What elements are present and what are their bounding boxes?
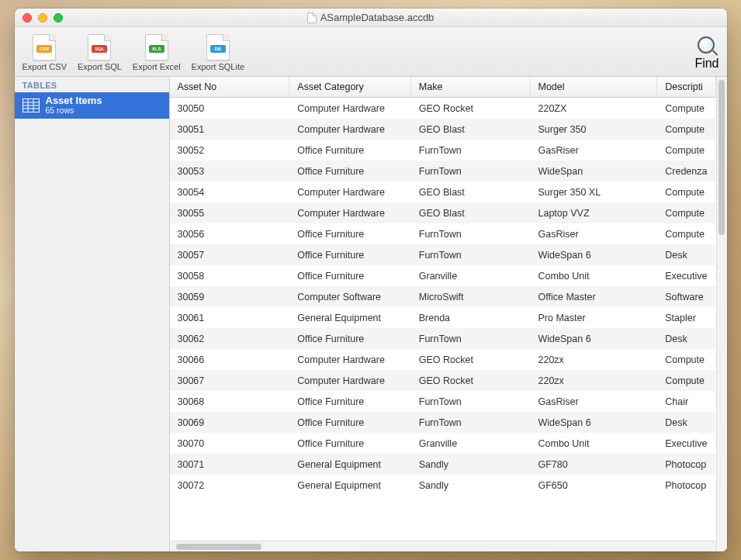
table-cell: Office Furniture bbox=[289, 328, 410, 349]
main-area: Asset NoAsset CategoryMakeModelDescripti… bbox=[170, 77, 727, 551]
table-row[interactable]: 30057Office FurnitureFurnTownWideSpan 6D… bbox=[170, 244, 716, 265]
minimize-window-button[interactable] bbox=[38, 13, 47, 22]
table-row[interactable]: 30062Office FurnitureFurnTownWideSpan 6D… bbox=[170, 328, 716, 349]
table-cell: Laptop VVZ bbox=[530, 202, 657, 223]
table-cell: GEO Blast bbox=[410, 181, 530, 202]
column-header[interactable]: Descripti bbox=[657, 77, 715, 98]
table-row[interactable]: 30058Office FurnitureGranvilleCombo Unit… bbox=[170, 265, 716, 286]
csv-file-icon: CSV bbox=[33, 34, 56, 60]
sidebar-table-rowcount: 65 rows bbox=[46, 106, 102, 116]
table-cell: Office Furniture bbox=[289, 391, 410, 412]
search-icon bbox=[696, 35, 718, 57]
horizontal-scrollbar-thumb[interactable] bbox=[176, 544, 261, 550]
table-row[interactable]: 30052Office FurnitureFurnTownGasRiserCom… bbox=[170, 140, 716, 161]
table-cell: WideSpan 6 bbox=[530, 328, 657, 349]
sidebar-header: TABLES bbox=[15, 77, 169, 92]
table-cell: FurnTown bbox=[410, 328, 530, 349]
table-cell: GEO Blast bbox=[410, 119, 530, 140]
table-cell: 220zx bbox=[530, 370, 657, 391]
table-row[interactable]: 30059Computer SoftwareMicroSwiftOffice M… bbox=[170, 286, 716, 307]
table-row[interactable]: 30054Computer HardwareGEO BlastSurger 35… bbox=[170, 181, 716, 202]
table-cell: Sandly bbox=[410, 454, 530, 475]
export-csv-button[interactable]: CSV Export CSV bbox=[23, 34, 67, 71]
table-cell: GEO Rocket bbox=[410, 349, 530, 370]
column-header[interactable]: Make bbox=[410, 77, 530, 98]
export-sqlite-button[interactable]: DB Export SQLite bbox=[192, 34, 244, 71]
export-sql-button[interactable]: SQL Export SQL bbox=[78, 34, 122, 71]
table-cell: Credenza bbox=[657, 161, 715, 181]
table-row[interactable]: 30056Office FurnitureFurnTownGasRiserCom… bbox=[170, 223, 716, 244]
table-cell: Computer Hardware bbox=[289, 370, 410, 391]
table-cell: GEO Rocket bbox=[410, 370, 530, 391]
export-excel-label: Export Excel bbox=[133, 62, 181, 71]
vertical-scrollbar[interactable] bbox=[716, 77, 727, 551]
table-row[interactable]: 30066Computer HardwareGEO Rocket220zxCom… bbox=[170, 349, 716, 370]
table-cell: General Equipment bbox=[289, 307, 410, 328]
table-cell: Compute bbox=[657, 119, 715, 140]
table-cell: FurnTown bbox=[410, 244, 530, 265]
table-cell: Compute bbox=[657, 98, 715, 119]
table-cell: Office Furniture bbox=[289, 223, 410, 244]
table-cell: 30061 bbox=[170, 307, 289, 328]
table-row[interactable]: 30068Office FurnitureFurnTownGasRiserCha… bbox=[170, 391, 716, 412]
table-cell: 30050 bbox=[170, 98, 289, 119]
table-cell: Photocop bbox=[657, 454, 715, 475]
close-window-button[interactable] bbox=[23, 13, 32, 22]
table-cell: 30067 bbox=[170, 370, 289, 391]
find-button[interactable]: Find bbox=[694, 35, 718, 71]
table-cell: Office Furniture bbox=[289, 265, 410, 286]
horizontal-scrollbar[interactable] bbox=[170, 541, 716, 551]
table-cell: Computer Hardware bbox=[289, 119, 410, 140]
table-cell: Desk bbox=[657, 412, 715, 433]
table-cell: Brenda bbox=[410, 307, 530, 328]
titlebar: ASampleDatabase.accdb bbox=[15, 9, 727, 27]
table-cell: Combo Unit bbox=[530, 433, 657, 454]
table-cell: Office Furniture bbox=[289, 244, 410, 265]
table-cell: GF650 bbox=[530, 475, 657, 496]
table-cell: Computer Hardware bbox=[289, 349, 410, 370]
table-cell: Chair bbox=[657, 391, 715, 412]
table-row[interactable]: 30061General EquipmentBrendaPro MasterSt… bbox=[170, 307, 716, 328]
table-row[interactable]: 30050Computer HardwareGEO Rocket220ZXCom… bbox=[170, 98, 716, 119]
table-cell: Desk bbox=[657, 328, 715, 349]
vertical-scrollbar-thumb[interactable] bbox=[718, 80, 725, 235]
table-cell: Compute bbox=[657, 223, 715, 244]
column-header[interactable]: Model bbox=[530, 77, 657, 98]
export-sqlite-label: Export SQLite bbox=[192, 62, 244, 71]
table-row[interactable]: 30067Computer HardwareGEO Rocket220zxCom… bbox=[170, 370, 716, 391]
table-cell: General Equipment bbox=[289, 454, 410, 475]
table-row[interactable]: 30070Office FurnitureGranvilleCombo Unit… bbox=[170, 433, 716, 454]
export-excel-button[interactable]: XLS Export Excel bbox=[133, 34, 181, 71]
table-row[interactable]: 30051Computer HardwareGEO BlastSurger 35… bbox=[170, 119, 716, 140]
table-cell: Executive bbox=[657, 265, 715, 286]
table-cell: 220ZX bbox=[530, 98, 657, 119]
zoom-window-button[interactable] bbox=[54, 13, 63, 22]
find-label: Find bbox=[694, 57, 718, 71]
table-cell: 30066 bbox=[170, 349, 289, 370]
table-cell: Combo Unit bbox=[530, 265, 657, 286]
table-cell: Surger 350 XL bbox=[530, 181, 657, 202]
table-cell: Office Furniture bbox=[289, 140, 410, 161]
table-cell: Granville bbox=[410, 433, 530, 454]
column-header[interactable]: Asset No bbox=[170, 77, 289, 98]
table-cell: GF780 bbox=[530, 454, 657, 475]
table-cell: FurnTown bbox=[410, 223, 530, 244]
table-row[interactable]: 30069Office FurnitureFurnTownWideSpan 6D… bbox=[170, 412, 716, 433]
column-header[interactable]: Asset Category bbox=[289, 77, 410, 98]
table-cell: FurnTown bbox=[410, 391, 530, 412]
table-cell: Office Master bbox=[530, 286, 657, 307]
data-table-scroll[interactable]: Asset NoAsset CategoryMakeModelDescripti… bbox=[170, 77, 716, 541]
table-cell: Sandly bbox=[410, 475, 530, 496]
table-row[interactable]: 30055Computer HardwareGEO BlastLaptop VV… bbox=[170, 202, 716, 223]
table-row[interactable]: 30072General EquipmentSandlyGF650Photoco… bbox=[170, 475, 716, 496]
table-row[interactable]: 30071General EquipmentSandlyGF780Photoco… bbox=[170, 454, 716, 475]
sidebar-table-asset-items[interactable]: Asset Items 65 rows bbox=[15, 92, 169, 119]
table-cell: 30057 bbox=[170, 244, 289, 265]
table-cell: 30058 bbox=[170, 265, 289, 286]
sidebar-item-text: Asset Items 65 rows bbox=[46, 95, 102, 116]
table-row[interactable]: 30053Office FurnitureFurnTownWideSpanCre… bbox=[170, 161, 716, 181]
content-area: TABLES Asset Items 65 rows Asset NoAsset… bbox=[15, 77, 727, 551]
table-cell: Stapler bbox=[657, 307, 715, 328]
table-cell: WideSpan 6 bbox=[530, 244, 657, 265]
table-cell: Computer Hardware bbox=[289, 181, 410, 202]
